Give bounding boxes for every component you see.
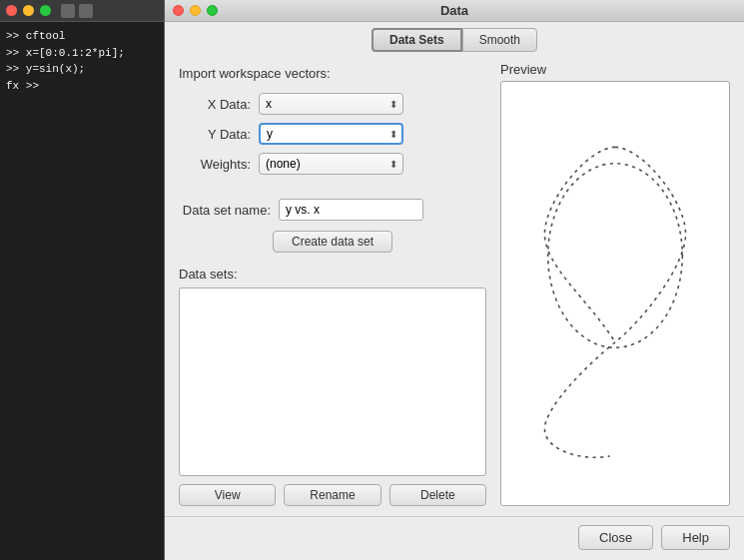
import-label: Import workspace vectors:: [179, 66, 486, 81]
tab-smooth[interactable]: Smooth: [462, 28, 537, 52]
preview-box: [500, 81, 730, 506]
rename-button[interactable]: Rename: [284, 484, 380, 506]
dataset-name-input[interactable]: [279, 199, 423, 221]
preview-panel: Preview: [500, 62, 730, 506]
dialog-close-button[interactable]: [173, 5, 184, 16]
terminal-minimize-button[interactable]: [23, 5, 34, 16]
close-button[interactable]: Close: [578, 525, 653, 550]
form-section: Import workspace vectors: X Data: x ⬍ Y …: [179, 62, 486, 506]
view-button[interactable]: View: [179, 484, 276, 506]
y-data-select[interactable]: y: [259, 123, 403, 145]
preview-svg: [501, 82, 729, 505]
help-button[interactable]: Help: [661, 525, 730, 550]
y-data-label: Y Data:: [179, 127, 259, 142]
dialog-title: Data: [440, 3, 468, 18]
dialog-maximize-button[interactable]: [207, 5, 218, 16]
terminal-titlebar: [0, 0, 164, 22]
dialog-traffic-lights: [173, 5, 218, 16]
delete-button[interactable]: Delete: [389, 484, 486, 506]
preview-label: Preview: [500, 62, 730, 77]
weights-label: Weights:: [179, 157, 259, 172]
x-data-select[interactable]: x: [259, 93, 403, 115]
create-btn-row: Create data set: [179, 231, 486, 253]
terminal-line-3: >> y=sin(x);: [6, 61, 158, 78]
terminal-maximize-button[interactable]: [40, 5, 51, 16]
terminal-close-button[interactable]: [6, 5, 17, 16]
dataset-name-row: Data set name:: [179, 199, 486, 221]
y-data-row: Y Data: y ⬍: [179, 123, 486, 145]
dialog-panel: Data Data Sets Smooth Import workspace v…: [165, 0, 744, 560]
y-data-select-wrapper: y ⬍: [259, 123, 403, 145]
terminal-content: >> cftool >> x=[0:0.1:2*pi]; >> y=sin(x)…: [0, 22, 164, 100]
datasets-actions: View Rename Delete: [179, 484, 486, 506]
x-data-row: X Data: x ⬍: [179, 93, 486, 115]
dialog-titlebar: Data: [165, 0, 744, 22]
terminal-icons: [61, 4, 93, 18]
terminal-icon-1: [61, 4, 75, 18]
dialog-body: Import workspace vectors: X Data: x ⬍ Y …: [165, 52, 744, 516]
terminal-line-1: >> cftool: [6, 28, 158, 45]
dialog-footer: Close Help: [165, 516, 744, 560]
dataset-name-label: Data set name:: [179, 203, 279, 218]
weights-select-wrapper: (none) ⬍: [259, 153, 403, 175]
terminal-line-4: fx >>: [6, 78, 158, 95]
datasets-listbox[interactable]: [179, 287, 486, 476]
weights-select[interactable]: (none): [259, 153, 403, 175]
dialog-minimize-button[interactable]: [190, 5, 201, 16]
tab-bar: Data Sets Smooth: [165, 22, 744, 52]
terminal-line-2: >> x=[0:0.1:2*pi];: [6, 45, 158, 62]
datasets-label: Data sets:: [179, 267, 486, 281]
tab-data-sets[interactable]: Data Sets: [372, 28, 462, 52]
svg-point-0: [548, 164, 683, 348]
weights-row: Weights: (none) ⬍: [179, 153, 486, 175]
x-data-select-wrapper: x ⬍: [259, 93, 403, 115]
terminal-icon-2: [79, 4, 93, 18]
terminal-panel: >> cftool >> x=[0:0.1:2*pi]; >> y=sin(x)…: [0, 0, 165, 560]
x-data-label: X Data:: [179, 97, 259, 112]
create-data-set-button[interactable]: Create data set: [273, 231, 392, 253]
